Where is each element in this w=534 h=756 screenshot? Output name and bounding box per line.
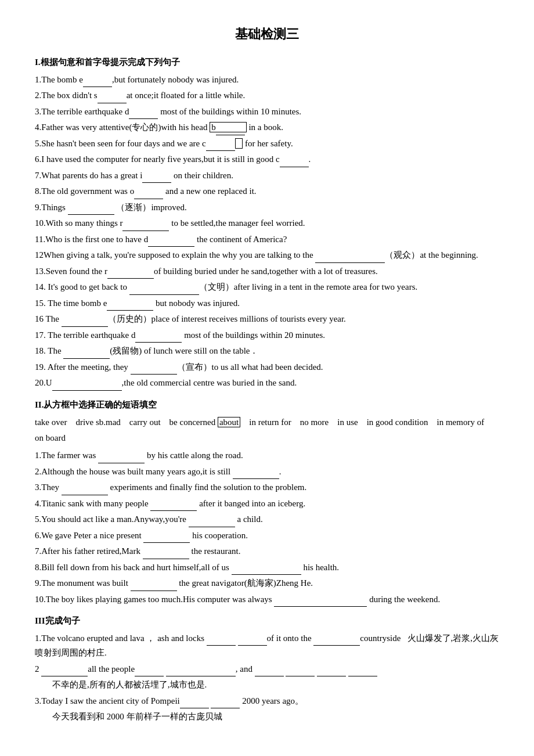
list-item: 5.You should act like a man.Anyway,you'r… — [35, 512, 499, 527]
list-item: 16 The （历史的）place of interest receives m… — [35, 312, 499, 327]
list-item: 4.Titanic sank with many people after it… — [35, 496, 499, 512]
list-item: 2.Although the house was built many year… — [35, 465, 499, 480]
list-item: 3.They experiments and finally find the … — [35, 480, 499, 495]
options-line: take over drive sb.mad carry out be conc… — [35, 415, 499, 446]
list-item: 6.We gave Peter a nice present his coope… — [35, 528, 499, 543]
list-item: 13.Seven found the rof building buried u… — [35, 264, 499, 279]
list-item: 19. After the meeting, they （宣布）to us al… — [35, 360, 499, 375]
section2: II.从方框中选择正确的短语填空 take over drive sb.mad … — [35, 398, 499, 607]
list-item: 3.The terrible earthquake d most of the … — [35, 105, 499, 120]
list-item: 9.The monument was built the great navig… — [35, 576, 499, 591]
section1: I.根据句意和首字母提示完成下列句子 1.The bomb e,but fort… — [35, 55, 499, 391]
list-item: 1.The bomb e,but fortunately nobody was … — [35, 73, 499, 88]
list-item: 18. The (残留物) of lunch were still on the… — [35, 344, 499, 359]
list-item: 3.Today I saw the ancient city of Pompei… — [35, 694, 499, 709]
list-item: 8.Bill fell down from his back and hurt … — [35, 560, 499, 575]
list-item: 10.The boy likes playing games too much.… — [35, 592, 499, 607]
list-item: 11.Who is the first one to have d the co… — [35, 232, 499, 247]
list-item: 12When giving a talk, you're supposed to… — [35, 248, 499, 263]
list-item: 7.What parents do has a great i on their… — [35, 168, 499, 183]
list-item: 2 all the people , and — [35, 662, 499, 677]
list-item: 20.U,the old commercial centre was burie… — [35, 376, 499, 391]
list-item: 17. The terrible earthquake d most of th… — [35, 328, 499, 343]
list-item: 15. The time bomb e but nobody was injur… — [35, 296, 499, 311]
section3-heading: III完成句子 — [35, 614, 499, 629]
list-item: 14. It's good to get back to （文明）after l… — [35, 280, 499, 295]
list-item: 1.The volcano erupted and lava ， ash and… — [35, 631, 499, 661]
section2-heading: II.从方框中选择正确的短语填空 — [35, 398, 499, 413]
list-item-chinese: 今天我看到和 2000 年前样子一样的古庞贝城 — [52, 710, 499, 725]
list-item: 7.After his father retired,Mark the rest… — [35, 544, 499, 559]
list-item: 5.She hasn't been seen for four days and… — [35, 136, 499, 152]
section1-heading: I.根据句意和首字母提示完成下列句子 — [35, 55, 499, 70]
page-title: 基础检测三 — [35, 23, 499, 45]
list-item-chinese: 不幸的是,所有的人都被活埋了,城市也是. — [52, 678, 499, 693]
section3: III完成句子 1.The volcano erupted and lava ，… — [35, 614, 499, 725]
list-item: 10.With so many things r to be settled,t… — [35, 216, 499, 231]
list-item: 8.The old government was o and a new one… — [35, 184, 499, 199]
list-item: 1.The farmer was by his cattle along the… — [35, 448, 499, 463]
list-item: 6.I have used the computer for nearly fi… — [35, 152, 499, 167]
list-item: 2.The box didn't sat once;it floated for… — [35, 88, 499, 103]
list-item: 9.Things （逐渐）improved. — [35, 200, 499, 215]
list-item: 4.Father was very attentive(专心的)with his… — [35, 120, 499, 135]
